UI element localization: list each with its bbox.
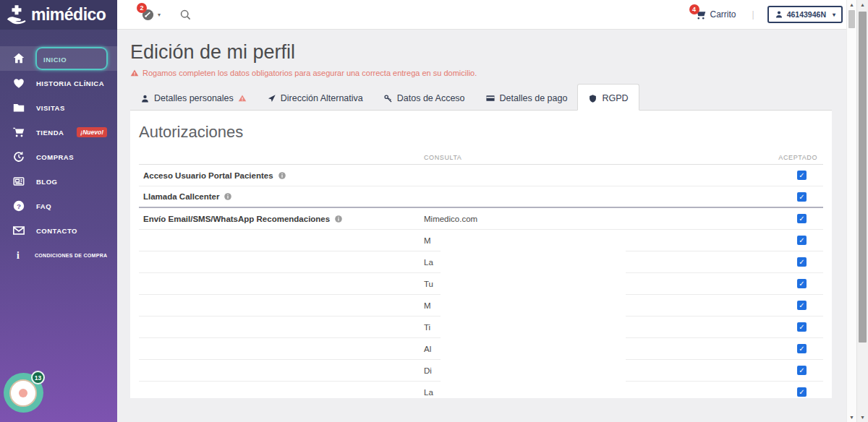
info-icon[interactable] <box>278 171 286 180</box>
chat-widget-button[interactable]: 13 <box>4 373 43 413</box>
accepted-checkbox[interactable]: ✓ <box>797 322 807 332</box>
sidebar-item-label: CONTACTO <box>36 227 77 235</box>
main-content: Edición de mi perfil Rogamos completen l… <box>117 30 846 422</box>
tab-detalles-personales[interactable]: Detalles personales <box>130 86 257 110</box>
brand-name: mimédico <box>31 5 106 25</box>
sidebar-item-blog[interactable]: BLOG <box>0 169 117 194</box>
warning-icon <box>130 69 139 77</box>
authorization-label: Envío Email/SMS/WhatsApp Recomendaciones <box>139 215 421 223</box>
location-arrow-icon <box>267 94 276 103</box>
page-scrollbar-thumb[interactable] <box>859 12 867 343</box>
page-title: Edición de mi perfil <box>130 41 846 64</box>
authorization-label: Acceso Usuario Portal Pacientes <box>139 171 421 180</box>
sidebar-item-compras[interactable]: COMPRAS <box>0 145 117 169</box>
accepted-checkbox[interactable]: ✓ <box>797 192 807 202</box>
table-row: Llamada Callcenter ✓ <box>139 186 823 208</box>
scroll-up-arrow[interactable]: ▲ <box>847 2 856 7</box>
sidebar-item-label: COMPRAS <box>36 153 74 161</box>
sidebar-item-inicio[interactable]: INICIO <box>0 46 117 71</box>
chat-widget-face <box>9 379 37 407</box>
svg-text:?: ? <box>17 202 21 210</box>
tab-label: RGPD <box>602 93 628 103</box>
cart-icon <box>12 126 25 139</box>
tab-detalles-de-pago[interactable]: Detalles de pago <box>475 86 578 110</box>
sidebar-item-label: BLOG <box>36 178 57 186</box>
folder-icon <box>12 101 25 114</box>
history-icon <box>12 150 25 163</box>
home-icon <box>12 52 25 65</box>
inner-scrollbar-thumb[interactable] <box>848 10 855 28</box>
search-icon <box>179 9 192 21</box>
page-scrollbar[interactable]: ▲ ▼ <box>856 0 868 422</box>
topbar-divider: | <box>752 9 754 20</box>
scroll-down-arrow[interactable]: ▼ <box>847 415 856 420</box>
cart-count-badge: 4 <box>689 4 699 14</box>
sidebar-item-condiciones-de-compra[interactable]: i CONDICIONES DE COMPRA <box>0 243 117 267</box>
account-id: 46143946N <box>787 10 826 19</box>
sidebar-item-label: INICIO <box>43 56 67 64</box>
tab-label: Dirección Alternativa <box>281 93 363 103</box>
rgpd-panel: Autorizaciones CONSULTA ACEPTADO Acceso … <box>130 111 832 398</box>
section-title: Autorizaciones <box>139 111 823 142</box>
accepted-checkbox[interactable]: ✓ <box>797 387 807 397</box>
app-window: mimédico INICIO HISTORIA CLÍNICA VISITAS… <box>0 0 868 422</box>
user-icon <box>140 94 150 103</box>
sidebar-item-visitas[interactable]: VISITAS <box>0 95 117 120</box>
cart-button[interactable]: 4 Carrito <box>694 9 736 21</box>
accepted-checkbox[interactable]: ✓ <box>797 171 807 180</box>
user-icon <box>775 10 783 19</box>
app-logo[interactable]: mimédico <box>0 0 117 30</box>
nuevo-badge: ¡Nuevo! <box>77 127 107 137</box>
key-icon <box>383 94 393 103</box>
account-menu-button[interactable]: 46143946N ▾ <box>767 6 843 23</box>
focus-ring: INICIO <box>35 47 108 70</box>
shield-icon <box>588 94 597 103</box>
sidebar-nav: INICIO HISTORIA CLÍNICA VISITAS TIENDA ¡… <box>0 46 117 267</box>
column-header-aceptado: ACEPTADO <box>757 154 823 161</box>
tab-direccion-alternativa[interactable]: Dirección Alternativa <box>257 86 373 110</box>
sidebar-item-tienda[interactable]: TIENDA ¡Nuevo! <box>0 120 117 145</box>
info-icon[interactable] <box>334 215 343 223</box>
tab-label: Detalles personales <box>154 93 234 103</box>
consulta-value: Mimedico.com <box>421 215 757 223</box>
search-button[interactable] <box>179 9 192 21</box>
topbar: 2 ▾ 4 Carrito | 46143946N ▾ <box>117 0 846 30</box>
page-warning: Rogamos completen los datos obligatorios… <box>130 69 846 77</box>
scroll-down-arrow[interactable]: ▼ <box>857 415 868 420</box>
accepted-checkbox[interactable]: ✓ <box>797 214 807 223</box>
tab-bar: Detalles personales Dirección Alternativ… <box>130 84 832 111</box>
tab-label: Detalles de pago <box>500 93 568 103</box>
tab-datos-de-acceso[interactable]: Datos de Acceso <box>373 86 475 110</box>
accepted-checkbox[interactable]: ✓ <box>797 301 807 310</box>
sidebar-item-label: VISITAS <box>36 104 65 112</box>
hand-cross-logo-icon <box>6 4 27 26</box>
caret-down-icon: ▾ <box>158 12 161 18</box>
heart-icon <box>12 77 25 90</box>
question-icon: ? <box>12 199 25 212</box>
credit-card-icon <box>485 93 495 103</box>
sidebar: mimédico INICIO HISTORIA CLÍNICA VISITAS… <box>0 0 117 422</box>
inner-scrollbar[interactable]: ▲ ▼ <box>846 0 856 422</box>
accepted-checkbox[interactable]: ✓ <box>797 344 807 353</box>
sidebar-item-contacto[interactable]: CONTACTO <box>0 218 117 243</box>
newspaper-icon <box>12 175 25 188</box>
sidebar-item-faq[interactable]: ? FAQ <box>0 194 117 218</box>
accepted-checkbox[interactable]: ✓ <box>797 236 807 245</box>
sidebar-item-historia-clinica[interactable]: HISTORIA CLÍNICA <box>0 71 117 95</box>
caret-down-icon: ▾ <box>833 12 835 18</box>
sidebar-item-label: HISTORIA CLÍNICA <box>36 79 104 87</box>
tab-rgpd[interactable]: RGPD <box>577 84 639 111</box>
authorization-label: Llamada Callcenter <box>139 192 421 201</box>
column-header-consulta: CONSULTA <box>421 154 757 161</box>
accepted-checkbox[interactable]: ✓ <box>797 257 807 267</box>
table-row: Acceso Usuario Portal Pacientes ✓ <box>139 165 823 186</box>
sidebar-item-label: FAQ <box>36 202 51 210</box>
tab-warning-icon <box>238 94 247 103</box>
sidebar-item-label: TIENDA <box>36 129 64 137</box>
info-icon[interactable] <box>224 192 232 201</box>
envelope-icon <box>12 224 25 237</box>
scroll-up-arrow[interactable]: ▲ <box>857 2 868 7</box>
accepted-checkbox[interactable]: ✓ <box>797 366 807 375</box>
notifications-button[interactable]: 2 ▾ <box>141 8 161 22</box>
accepted-checkbox[interactable]: ✓ <box>797 279 807 288</box>
